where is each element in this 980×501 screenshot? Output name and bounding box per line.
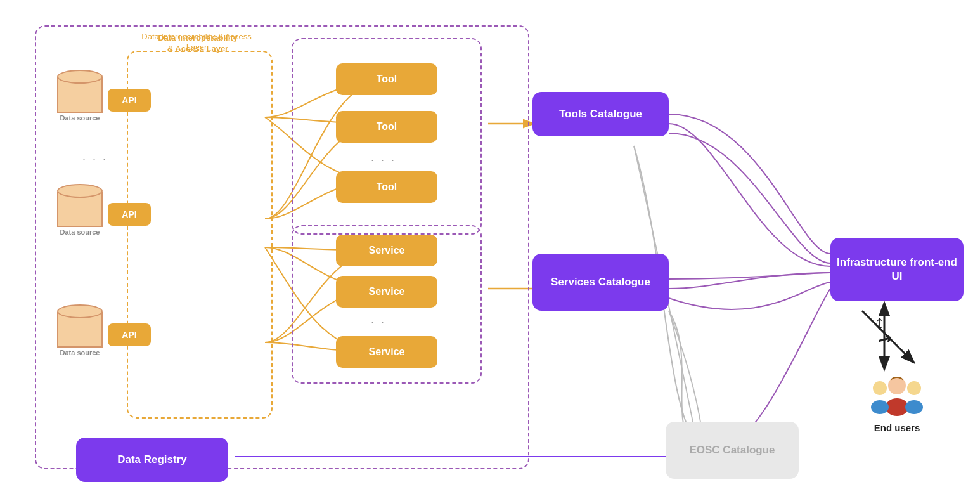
- services-catalogue-box: Services Catalogue: [532, 254, 669, 311]
- service-btn-3: Service: [336, 336, 437, 368]
- tool-btn-3: Tool: [336, 171, 437, 203]
- service-btn-2: Service: [336, 276, 437, 308]
- tools-catalogue-box: Tools Catalogue: [532, 92, 669, 136]
- tool-dots: · · ·: [371, 153, 396, 167]
- tool-btn-1: Tool: [336, 63, 437, 95]
- svg-point-2: [888, 377, 906, 394]
- cylinder-2: [57, 184, 103, 227]
- cylinder-top-3: [57, 304, 103, 318]
- service-btn-1: Service: [336, 235, 437, 266]
- cylinder-top-1: [57, 70, 103, 84]
- datasource-1: Data source: [57, 70, 103, 122]
- api-badge-1: API: [108, 89, 151, 112]
- svg-point-3: [886, 398, 908, 416]
- datasource-label-3: Data source: [60, 349, 100, 356]
- infra-frontend-box: Infrastructure front-end UI: [830, 238, 964, 301]
- svg-point-6: [907, 381, 921, 395]
- datasource-dots: · · ·: [82, 152, 108, 166]
- svg-point-4: [873, 381, 887, 395]
- svg-point-5: [871, 400, 889, 414]
- diagram-container: Data Interoperability & Access Layer Dat…: [0, 0, 980, 501]
- svg-point-7: [905, 400, 923, 414]
- cylinder-3: [57, 304, 103, 348]
- tool-btn-2: Tool: [336, 111, 437, 143]
- service-dots: · ·: [371, 316, 386, 329]
- datasource-2: Data source: [57, 184, 103, 236]
- datasource-label-1: Data source: [60, 114, 100, 122]
- end-users-label: End users: [874, 422, 920, 433]
- cylinder-1: [57, 70, 103, 113]
- data-registry-box: Data Registry: [76, 438, 228, 482]
- datasource-3: Data source: [57, 304, 103, 356]
- end-users-group: End users: [868, 374, 925, 433]
- eosc-catalogue-box: EOSC Catalogue: [666, 422, 799, 479]
- api-badge-2: API: [108, 203, 151, 226]
- api-badge-3: API: [108, 323, 151, 346]
- datasource-label-2: Data source: [60, 228, 100, 236]
- end-users-icon: [868, 374, 925, 419]
- interop-label-text: Data Interoperability& Access Layer: [134, 33, 261, 55]
- cylinder-top-2: [57, 184, 103, 198]
